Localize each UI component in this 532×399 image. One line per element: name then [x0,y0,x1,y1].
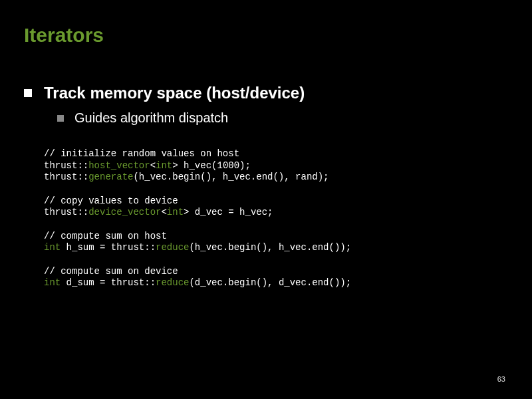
code-text: > d_vec = h_vec; [184,207,273,217]
code-text: thrust:: [44,160,88,171]
code-text: thrust:: [44,172,88,182]
code-group-2: // copy values to device thrust::device_… [44,196,508,219]
bullet-l2-text: Guides algorithm dispatch [74,110,228,126]
code-keyword: generate [88,172,133,182]
code-text: (h_vec.begin(), h_vec.end(), rand); [133,172,329,182]
code-comment: // compute sum on host [44,231,167,241]
slide-title: Iterators [24,24,508,47]
code-block: // initialize random values on host thru… [44,148,508,289]
code-group-3: // compute sum on host int h_sum = thrus… [44,231,508,254]
slide: Iterators Track memory space (host/devic… [0,0,532,399]
code-text: h_sum = thrust:: [61,242,156,253]
code-comment: // compute sum on device [44,266,178,277]
code-comment: // initialize random values on host [44,148,239,159]
code-group-4: // compute sum on device int d_sum = thr… [44,266,508,289]
code-keyword: host_vector [88,160,150,171]
code-text: (h_vec.begin(), h_vec.end()); [189,242,351,253]
square-bullet-icon [24,89,32,97]
code-text: < [150,160,156,171]
bullet-l1-text: Track memory space (host/device) [44,84,305,102]
page-number: 63 [497,375,505,383]
code-keyword: int [156,160,172,171]
code-keyword: int [44,277,61,288]
code-text: d_sum = thrust:: [61,277,156,288]
code-text: > h_vec(1000); [172,160,251,171]
bullet-level2-wrap: Guides algorithm dispatch [57,110,508,126]
code-keyword: reduce [156,242,189,253]
code-group-1: // initialize random values on host thru… [44,148,508,184]
bullet-level2: Guides algorithm dispatch [57,110,508,126]
code-keyword: int [167,207,184,217]
code-keyword: int [44,242,61,253]
content-area: Track memory space (host/device) Guides … [24,84,508,289]
code-comment: // copy values to device [44,196,178,206]
code-text: thrust:: [44,207,88,217]
square-bullet-icon [57,115,64,122]
bullet-level1: Track memory space (host/device) [24,84,508,102]
code-text: < [161,207,166,217]
code-text: (d_vec.begin(), d_vec.end()); [189,277,351,288]
code-keyword: reduce [156,277,189,288]
code-keyword: device_vector [88,207,161,217]
